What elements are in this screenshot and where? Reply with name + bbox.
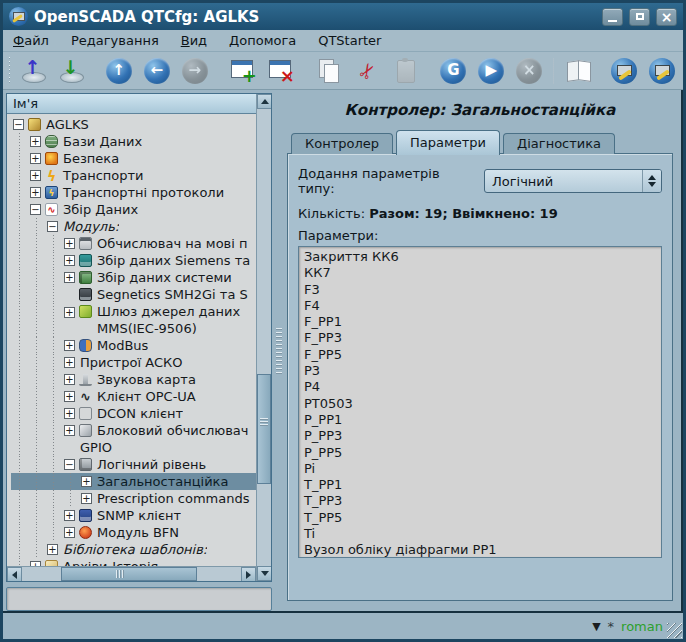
menu-item[interactable]: Вид [181, 33, 207, 48]
tree-item[interactable]: +DCON клієнт [11, 405, 256, 422]
tab-inactive[interactable]: Діагностика [503, 133, 615, 154]
collapse-icon[interactable]: − [64, 459, 75, 470]
expand-icon[interactable]: + [64, 425, 75, 436]
toolbar-handle-icon[interactable] [601, 57, 602, 85]
tree-item[interactable]: +ϟТранспорти [11, 167, 256, 184]
list-item[interactable]: F_PP3 [304, 330, 656, 346]
expand-icon[interactable]: + [64, 255, 75, 266]
list-item[interactable]: P_PP1 [304, 412, 656, 428]
expand-icon[interactable]: + [64, 272, 75, 283]
tree-item[interactable]: +ModBus [11, 337, 256, 354]
tree-item[interactable]: +∿Клієнт OPC-UA [11, 388, 256, 405]
params-listbox[interactable]: Закриття КК6КК7F3F4F_PP1F_PP3F_PP5P3P4PT… [298, 246, 662, 558]
tree-item[interactable]: +Архіви-Історія [11, 558, 256, 566]
tree-filter-input[interactable] [6, 587, 272, 611]
collapse-icon[interactable]: − [47, 221, 58, 232]
list-item[interactable]: КК7 [304, 265, 656, 281]
tree-item[interactable]: +Бази Даних [11, 133, 256, 150]
tree-item[interactable]: +SNMP клієнт [11, 507, 256, 524]
list-item[interactable]: Pi [304, 461, 656, 477]
tree-item[interactable]: +Бібліотека шаблонів: [11, 541, 256, 558]
vertical-scroll-track[interactable] [257, 109, 271, 566]
expand-icon[interactable]: + [30, 136, 41, 147]
expand-icon[interactable]: + [64, 307, 75, 318]
reload-item-icon[interactable]: G [439, 56, 467, 86]
tree-item[interactable]: −Логічний рівень [11, 456, 256, 473]
list-item[interactable]: F_PP1 [304, 314, 656, 330]
up-icon[interactable]: ↑ [105, 56, 133, 86]
expand-icon[interactable]: + [64, 510, 75, 521]
tree-horizontal-scrollbar[interactable] [7, 566, 256, 581]
back-icon[interactable]: ← [143, 56, 171, 86]
expand-icon[interactable]: + [64, 527, 75, 538]
list-item[interactable]: T_PP3 [304, 493, 656, 509]
manual-icon[interactable] [564, 56, 592, 86]
expand-icon[interactable]: + [81, 476, 92, 487]
menu-item[interactable]: Редагування [71, 33, 159, 48]
panel-splitter[interactable] [272, 93, 285, 611]
horizontal-scroll-thumb[interactable] [61, 567, 197, 581]
list-item[interactable]: F3 [304, 282, 656, 298]
combobox-spinner[interactable] [642, 170, 661, 192]
minimize-button[interactable] [602, 8, 623, 26]
expand-icon[interactable]: + [81, 493, 92, 504]
tree-vertical-scrollbar[interactable] [256, 94, 271, 581]
delete-item-icon[interactable]: × [267, 56, 295, 86]
add-item-icon[interactable]: + [229, 56, 257, 86]
tree-item[interactable]: +ϟТранспортні протоколи [11, 184, 256, 201]
expand-icon[interactable]: + [64, 238, 75, 249]
tree-item[interactable]: +Шлюз джерел даних MMS(IEC-9506) [11, 303, 256, 337]
tree-item[interactable]: −AGLKS [11, 116, 256, 133]
tree-item[interactable]: +Блоковий обчислювач [11, 422, 256, 439]
resize-grip[interactable] [667, 623, 682, 638]
toolbar-handle-icon[interactable] [9, 57, 10, 85]
collapse-icon[interactable]: − [13, 119, 24, 130]
horizontal-scroll-track[interactable] [22, 567, 241, 581]
expand-icon[interactable]: + [30, 170, 41, 181]
tree-item[interactable]: −Модуль: [11, 218, 256, 235]
start-icon[interactable]: ▶ [477, 56, 505, 86]
tree-item[interactable]: +Збір даних Siemens та [11, 252, 256, 269]
list-item[interactable]: PT0503 [304, 396, 656, 412]
qtcfg-icon[interactable] [648, 56, 676, 86]
collapse-icon[interactable]: − [30, 204, 41, 215]
qtvision-icon[interactable] [610, 56, 638, 86]
expand-icon[interactable]: + [64, 391, 75, 402]
expand-icon[interactable]: + [64, 408, 75, 419]
list-item[interactable]: P_PP5 [304, 445, 656, 461]
menu-item[interactable]: Файл [13, 33, 49, 48]
copy-item-icon[interactable] [315, 56, 343, 86]
tree-column-header[interactable]: Ім'я [7, 94, 256, 114]
list-item[interactable]: T_PP1 [304, 477, 656, 493]
list-item[interactable]: F_PP5 [304, 347, 656, 363]
list-item[interactable]: F4 [304, 298, 656, 314]
scroll-right-button[interactable] [241, 567, 256, 581]
save-to-db-icon[interactable]: ↓ [57, 56, 85, 86]
expand-icon[interactable]: + [64, 340, 75, 351]
cut-item-icon[interactable]: ✂ [353, 56, 381, 86]
expand-icon[interactable]: + [64, 374, 75, 385]
status-user[interactable]: roman [621, 619, 663, 634]
tab-inactive[interactable]: Контролер [291, 133, 393, 154]
list-item[interactable]: P3 [304, 363, 656, 379]
tray-icon[interactable]: ▼ [592, 621, 600, 632]
tab-active[interactable]: Параметри [396, 130, 500, 155]
list-item[interactable]: Вузол обліку діафрагми PP1 [304, 542, 656, 558]
menu-item[interactable]: QTStarter [318, 33, 381, 48]
load-from-db-icon[interactable]: ↑ [19, 56, 47, 86]
close-button[interactable]: × [656, 8, 677, 26]
tree-item[interactable]: +Збір даних системи [11, 269, 256, 286]
tree-item[interactable]: −∿Збір Даних [11, 201, 256, 218]
maximize-button[interactable] [629, 8, 650, 26]
list-item[interactable]: P4 [304, 379, 656, 395]
tree-item[interactable]: +Обчислювач на мові п [11, 235, 256, 252]
tree-item[interactable]: +Prescription commands [11, 490, 256, 507]
tree-item[interactable]: +Безпека [11, 150, 256, 167]
menu-item[interactable]: Допомога [229, 33, 296, 48]
titlebar[interactable]: OpenSCADA QTCfg: AGLKS × [3, 3, 683, 30]
tree-item[interactable]: +Загальностанційка [11, 473, 256, 490]
scroll-down-button[interactable] [257, 566, 272, 581]
list-item[interactable]: T_PP5 [304, 510, 656, 526]
expand-icon[interactable]: + [30, 187, 41, 198]
scroll-left-button[interactable] [7, 567, 22, 581]
